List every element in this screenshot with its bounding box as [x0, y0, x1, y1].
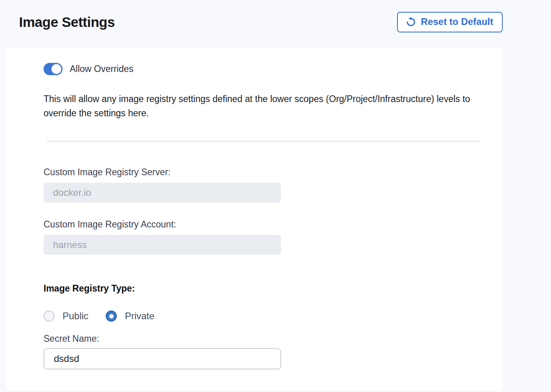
- page-header: Image Settings Reset to Default: [0, 0, 551, 32]
- toggle-knob-icon: [51, 64, 61, 74]
- reset-icon: [406, 17, 416, 27]
- overrides-description: This will allow any image registry setti…: [44, 92, 485, 120]
- radio-option-public[interactable]: Public: [44, 311, 88, 322]
- registry-account-input[interactable]: [44, 235, 281, 255]
- registry-account-field: Custom Image Registry Account:: [44, 219, 487, 255]
- radio-option-private[interactable]: Private: [106, 311, 154, 322]
- registry-server-label: Custom Image Registry Server:: [44, 167, 487, 178]
- reset-button-label: Reset to Default: [421, 17, 493, 27]
- registry-server-input[interactable]: [44, 183, 281, 203]
- registry-account-label: Custom Image Registry Account:: [44, 219, 487, 230]
- public-radio-label: Public: [63, 311, 88, 322]
- allow-overrides-row: Allow Overrides: [44, 63, 487, 75]
- radio-dot-icon: [109, 314, 114, 318]
- section-divider: [47, 141, 480, 142]
- page-title: Image Settings: [19, 14, 115, 30]
- private-radio-label: Private: [125, 311, 154, 322]
- image-settings-card: Allow Overrides This will allow any imag…: [6, 47, 503, 391]
- public-radio[interactable]: [44, 311, 55, 322]
- private-radio[interactable]: [106, 311, 117, 322]
- secret-name-label: Secret Name:: [44, 333, 487, 344]
- registry-type-label: Image Registry Type:: [44, 283, 487, 294]
- allow-overrides-label: Allow Overrides: [70, 64, 133, 74]
- allow-overrides-toggle[interactable]: [44, 63, 63, 75]
- registry-server-field: Custom Image Registry Server:: [44, 167, 487, 203]
- reset-to-default-button[interactable]: Reset to Default: [397, 12, 503, 32]
- secret-name-input[interactable]: [44, 348, 281, 369]
- secret-name-field: Secret Name:: [44, 333, 487, 369]
- registry-type-radio-group: Public Private: [44, 311, 487, 322]
